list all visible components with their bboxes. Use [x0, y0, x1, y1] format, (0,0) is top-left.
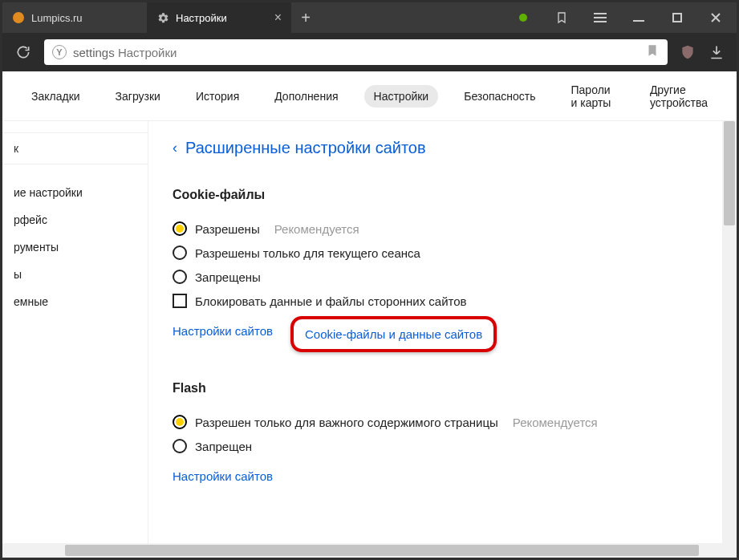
- nav-security[interactable]: Безопасность: [454, 85, 545, 108]
- menu-icon[interactable]: [583, 2, 618, 33]
- link-flash-site-settings[interactable]: Настройки сайтов: [173, 469, 273, 483]
- nav-addons[interactable]: Дополнения: [265, 85, 347, 108]
- option-label: Разрешены только для текущего сеанса: [195, 246, 420, 260]
- cookies-option-session[interactable]: Разрешены только для текущего сеанса: [173, 241, 729, 265]
- section-cookies: Cookie-файлы Разрешены Рекомендуется Раз…: [173, 188, 729, 347]
- vertical-scrollbar[interactable]: [722, 121, 737, 543]
- radio-checked-icon: [173, 415, 187, 429]
- link-site-settings[interactable]: Настройки сайтов: [173, 324, 273, 344]
- scrollbar-thumb[interactable]: [724, 121, 735, 225]
- horizontal-scrollbar[interactable]: [2, 543, 737, 558]
- option-label: Разрешены: [195, 222, 260, 236]
- option-label: Запрещены: [195, 270, 261, 284]
- maximize-button[interactable]: [660, 2, 695, 33]
- scrollbar-thumb[interactable]: [65, 545, 699, 556]
- option-label: Разрешен только для важного содержимого …: [195, 416, 498, 429]
- nav-history[interactable]: История: [186, 85, 249, 108]
- option-label: Запрещен: [195, 440, 252, 453]
- checkbox-label: Блокировать данные и файлы сторонних сай…: [195, 294, 467, 308]
- close-window-button[interactable]: [698, 2, 733, 33]
- tab-favicon-lumpics: [12, 11, 25, 24]
- option-hint: Рекомендуется: [274, 222, 359, 236]
- titlebar-controls: [502, 2, 737, 33]
- sidebar-item[interactable]: рументы: [2, 233, 148, 261]
- cookies-option-allowed[interactable]: Разрешены Рекомендуется: [173, 217, 729, 241]
- browser-window: Lumpics.ru Настройки × +: [0, 0, 739, 560]
- page-content: Закладки Загрузки История Дополнения Нас…: [2, 71, 737, 558]
- chevron-left-icon: ‹: [173, 140, 177, 156]
- nav-downloads[interactable]: Загрузки: [106, 85, 170, 108]
- reload-button[interactable]: [12, 41, 35, 63]
- sidebar-search[interactable]: к: [2, 132, 148, 164]
- nav-settings[interactable]: Настройки: [364, 85, 439, 108]
- sidebar-item[interactable]: ие настройки: [2, 179, 148, 206]
- section-title-flash: Flash: [173, 381, 729, 396]
- flash-option-blocked[interactable]: Запрещен: [173, 434, 729, 458]
- gear-icon: [156, 11, 169, 24]
- tab-title: Настройки: [176, 12, 227, 24]
- sidebar-item[interactable]: рфейс: [2, 206, 148, 233]
- svg-rect-3: [594, 21, 607, 22]
- tab-settings[interactable]: Настройки ×: [147, 2, 291, 33]
- radio-icon: [173, 439, 187, 453]
- omnibox-text: settings Настройки: [73, 46, 177, 59]
- yandex-icon: Y: [52, 45, 67, 59]
- nav-bookmarks[interactable]: Закладки: [22, 85, 90, 108]
- tab-title: Lumpics.ru: [31, 12, 83, 24]
- minimize-button[interactable]: [621, 2, 656, 33]
- settings-sidebar: к ие настройки рфейс рументы ы емные: [2, 121, 148, 543]
- sidebar-item[interactable]: ы: [2, 261, 148, 288]
- toolbar-extensions: [677, 42, 727, 63]
- radio-icon: [173, 246, 187, 260]
- checkbox-icon: [173, 294, 187, 308]
- omnibox[interactable]: Y settings Настройки: [44, 39, 668, 65]
- cookies-block-thirdparty[interactable]: Блокировать данные и файлы сторонних сай…: [173, 289, 729, 313]
- sidebar-item[interactable]: емные: [2, 288, 148, 315]
- flash-links: Настройки сайтов: [173, 458, 729, 486]
- svg-point-0: [13, 12, 24, 23]
- svg-rect-4: [633, 20, 644, 22]
- cookies-option-blocked[interactable]: Запрещены: [173, 265, 729, 289]
- titlebar: Lumpics.ru Настройки × +: [2, 2, 737, 33]
- shield-icon[interactable]: [677, 42, 698, 63]
- settings-topnav: Закладки Загрузки История Дополнения Нас…: [2, 71, 737, 121]
- sidebar-search-value: к: [14, 137, 18, 160]
- svg-rect-2: [594, 17, 607, 18]
- radio-checked-icon: [173, 221, 187, 236]
- main-row: к ие настройки рфейс рументы ы емные ‹ Р…: [2, 121, 737, 543]
- new-tab-button[interactable]: +: [291, 2, 320, 33]
- option-hint: Рекомендуется: [513, 416, 598, 429]
- page-title: Расширенные настройки сайтов: [185, 139, 426, 157]
- nav-passwords[interactable]: Пароли и карты: [562, 79, 624, 114]
- cookies-links: Настройки сайтов Cookie-файлы и данные с…: [173, 313, 729, 347]
- extension-indicator[interactable]: [506, 2, 541, 33]
- back-link[interactable]: ‹ Расширенные настройки сайтов: [173, 139, 729, 157]
- flash-option-important[interactable]: Разрешен только для важного содержимого …: [173, 410, 729, 434]
- svg-rect-1: [594, 13, 607, 14]
- svg-rect-5: [673, 14, 681, 22]
- tab-lumpics[interactable]: Lumpics.ru: [2, 2, 147, 33]
- bookmarks-panel-icon[interactable]: [544, 2, 579, 33]
- radio-icon: [173, 270, 187, 284]
- address-bar: Y settings Настройки: [2, 33, 737, 71]
- link-cookies-data[interactable]: Cookie-файлы и данные сайтов: [290, 316, 497, 352]
- settings-page: ‹ Расширенные настройки сайтов Cookie-фа…: [148, 121, 737, 543]
- bookmark-icon[interactable]: [645, 43, 660, 61]
- download-icon[interactable]: [706, 42, 727, 63]
- section-title-cookies: Cookie-файлы: [173, 188, 729, 202]
- tab-close-icon[interactable]: ×: [274, 11, 282, 24]
- section-flash: Flash Разрешен только для важного содерж…: [173, 381, 729, 486]
- nav-other-devices[interactable]: Другие устройства: [640, 79, 717, 114]
